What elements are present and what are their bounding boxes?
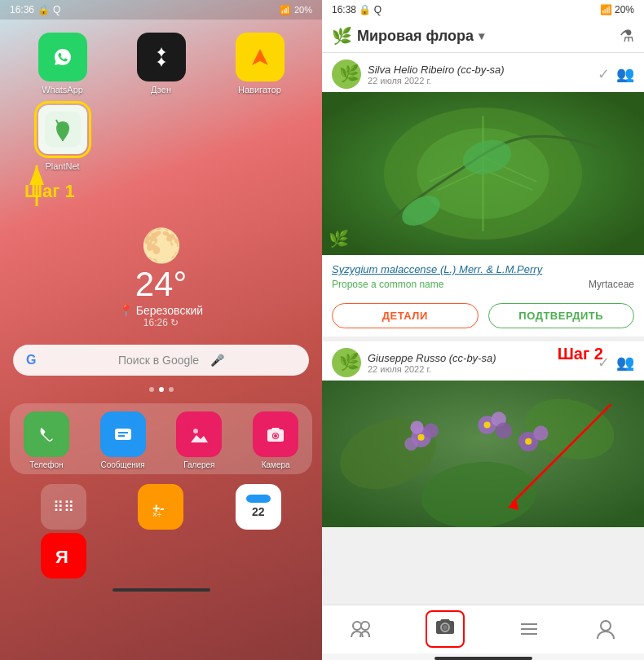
- leaf-svg: [322, 92, 644, 255]
- svg-rect-13: [187, 422, 211, 447]
- dzen-icon-bg: [137, 33, 186, 81]
- svg-point-59: [353, 622, 361, 630]
- util-yandex[interactable]: Я: [41, 533, 86, 579]
- gallery-icon-bg: [176, 411, 222, 457]
- card1-buttons: ДЕТАЛИ ПОДТВЕРДИТЬ: [322, 297, 644, 337]
- svg-text:22: 22: [252, 505, 265, 518]
- dock-camera[interactable]: Камера: [239, 411, 312, 469]
- plantnet-svg: [45, 112, 81, 147]
- messages-label: Сообщения: [100, 460, 144, 469]
- nav-list[interactable]: [505, 614, 554, 644]
- pin-icon: 📍: [119, 304, 133, 317]
- community-nav-icon: [349, 618, 372, 640]
- messages-icon-bg: [100, 411, 146, 457]
- app-dzen[interactable]: Дзен: [115, 33, 207, 95]
- flowers-svg: [322, 381, 644, 527]
- svg-point-46: [410, 420, 423, 433]
- leaf-image-1: 🌿: [322, 92, 644, 255]
- messages-svg: [111, 422, 135, 447]
- scientific-name-1[interactable]: Syzygium malaccense (L.) Merr. & L.M.Per…: [332, 263, 542, 275]
- dock-messages[interactable]: Сообщения: [86, 411, 160, 469]
- right-status-left: 16:38 🔒 Q: [332, 4, 382, 15]
- post-date-2: 22 июля 2022 г.: [368, 364, 591, 374]
- card1-actions: ✓ 👥: [598, 65, 634, 83]
- calc-svg: +- ×÷: [148, 495, 173, 519]
- lock-icon-right: 🔒 Q: [359, 4, 382, 15]
- app-whatsapp[interactable]: WhatsApp: [16, 33, 108, 95]
- utility-row: ⠿⠿ +- ×÷ 22 Я: [0, 481, 322, 585]
- dropdown-arrow-icon[interactable]: ▾: [479, 29, 484, 42]
- microphone-icon[interactable]: 🎤: [210, 354, 296, 367]
- lock-icon: 🔒: [37, 4, 50, 15]
- phone-icon-bg: [24, 411, 69, 457]
- svg-text:🌿: 🌿: [339, 64, 359, 83]
- weather-time: 16:26 ↻: [143, 317, 179, 328]
- svg-point-62: [443, 625, 448, 630]
- app-navigator[interactable]: Навигатор: [214, 33, 306, 95]
- details-button-1[interactable]: ДЕТАЛИ: [332, 303, 479, 328]
- search-bar[interactable]: G Поиск в Google 🎤: [13, 345, 309, 376]
- phone-label: Телефон: [29, 460, 63, 469]
- gallery-label: Галерея: [183, 460, 214, 469]
- dock-gallery[interactable]: Галерея: [163, 411, 236, 469]
- svg-point-56: [525, 438, 532, 445]
- svg-point-66: [601, 621, 611, 631]
- svg-point-48: [404, 438, 417, 451]
- nav-profile[interactable]: [581, 614, 630, 644]
- flora-leaf-icon: 🌿: [332, 26, 352, 46]
- battery-left: 20%: [294, 5, 312, 15]
- sun-icon: 🌕: [141, 227, 182, 265]
- dot-1: [149, 387, 154, 392]
- calendar-svg: 22: [246, 495, 271, 519]
- people-icon-2[interactable]: 👥: [616, 354, 634, 372]
- wifi-icon: 📶: [280, 5, 291, 15]
- util-calculator[interactable]: +- ×÷: [138, 484, 183, 530]
- navigator-svg: [245, 42, 275, 72]
- svg-point-55: [484, 422, 491, 429]
- svg-text:×÷: ×÷: [152, 510, 162, 519]
- weather-city: 📍 Березовский: [119, 304, 203, 317]
- util-apps[interactable]: ⠿⠿: [41, 484, 86, 530]
- nav-camera[interactable]: [412, 607, 478, 651]
- plantnet-icon-bg: [38, 105, 87, 154]
- search-icon-status: Q: [53, 4, 60, 15]
- dock-phone[interactable]: Телефон: [10, 411, 83, 469]
- step2-label: Шаг 2: [558, 345, 603, 363]
- dot-3: [169, 387, 174, 392]
- confirm-button-1[interactable]: ПОДТВЕРДИТЬ: [488, 303, 635, 328]
- right-status-bar: 16:38 🔒 Q 📶 20%: [322, 0, 644, 20]
- svg-text:🌿: 🌿: [339, 352, 359, 372]
- people-icon-1[interactable]: 👥: [616, 65, 634, 83]
- svg-text:Я: Я: [55, 547, 68, 567]
- navigator-label: Навигатор: [238, 85, 281, 95]
- feed-card-1: 🌿 Silva Helio Ribeiro (cc-by-sa) 22 июля…: [322, 53, 644, 337]
- right-status-right: 📶 20%: [600, 4, 634, 15]
- plant-overlay-icon: 🌿: [329, 229, 349, 249]
- refresh-icon: ↻: [170, 317, 179, 328]
- left-phone-screen: 16:36 🔒 Q 📶 20% WhatsApp: [0, 0, 322, 660]
- nav-community[interactable]: [336, 614, 385, 644]
- filter-icon[interactable]: ⚗: [620, 26, 634, 46]
- time-left: 16:36: [10, 4, 34, 15]
- post-date-1: 22 июля 2022 г.: [368, 76, 591, 86]
- home-indicator-right: [434, 657, 532, 660]
- svg-point-60: [361, 622, 369, 630]
- plant-family-1: Myrtaceae: [589, 279, 634, 290]
- camera-nav-box[interactable]: [426, 610, 465, 648]
- signal-icon-right: 📶 20%: [600, 4, 634, 15]
- step1-annotation: Шаг 1: [12, 153, 322, 210]
- list-nav-svg: [518, 618, 540, 640]
- check-icon-1[interactable]: ✓: [598, 65, 610, 83]
- user-avatar-2: 🌿: [332, 348, 361, 377]
- gallery-svg: [187, 422, 211, 447]
- svg-point-54: [417, 434, 424, 441]
- plantnet-highlight-border: [34, 101, 91, 158]
- feed-content: 🌿 Silva Helio Ribeiro (cc-by-sa) 22 июля…: [322, 53, 644, 605]
- whatsapp-label: WhatsApp: [42, 85, 83, 95]
- svg-rect-8: [34, 422, 59, 447]
- bottom-dock: Телефон Сообщения Галерея: [10, 403, 312, 474]
- svg-rect-23: [246, 495, 271, 503]
- common-name-1[interactable]: Propose a common name: [332, 279, 443, 290]
- util-calendar[interactable]: 22: [236, 484, 281, 530]
- flower-image-2: [322, 381, 644, 527]
